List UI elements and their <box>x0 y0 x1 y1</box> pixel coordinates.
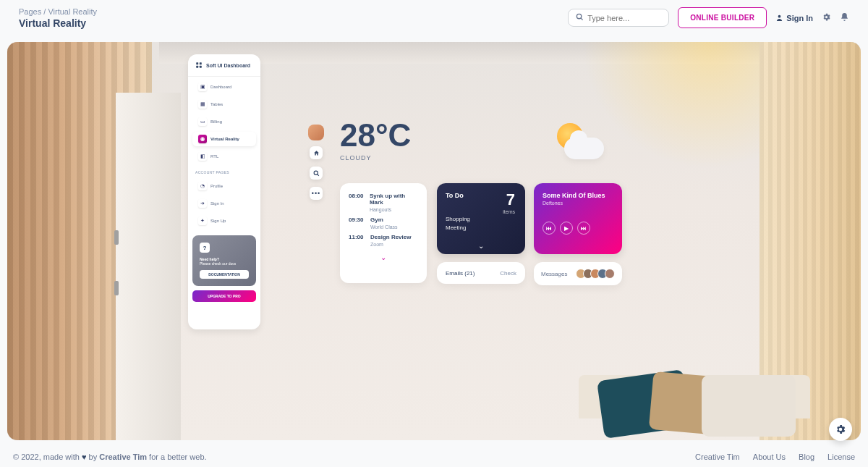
todo-list: Shopping Meeting <box>446 215 516 232</box>
help-sub: Please check our docs <box>200 261 249 266</box>
chevron-down-icon: ⌄ <box>380 253 386 261</box>
vr-scene <box>7 42 861 440</box>
footer-copyright: © 2022, made with ♥ by Creative Tim for … <box>13 453 207 461</box>
schedule-time: 09:30 <box>349 216 366 230</box>
svg-rect-4 <box>200 62 202 64</box>
question-icon: ? <box>200 243 210 253</box>
svg-rect-6 <box>200 66 202 68</box>
sidebar-item-tables[interactable]: ▦Tables <box>192 97 256 112</box>
sidebar-item-signup[interactable]: ✦Sign Up <box>192 214 256 228</box>
sidebar-item-label: Sign Up <box>210 219 226 223</box>
svg-point-0 <box>577 14 582 18</box>
more-pill[interactable]: ••• <box>310 187 323 200</box>
online-builder-button[interactable]: ONLINE BUILDER <box>678 7 767 28</box>
music-artist: Deftones <box>542 201 613 206</box>
svg-line-1 <box>581 18 583 20</box>
breadcrumb-sep: / <box>43 7 46 16</box>
search-input[interactable] <box>587 14 661 22</box>
play-button[interactable]: ▶ <box>560 222 573 235</box>
emails-card: Emails (21) Check <box>437 262 525 284</box>
schedule-row[interactable]: 09:30 GymWorld Class <box>340 214 427 232</box>
breadcrumb-current: Virtual Reality <box>48 7 97 16</box>
footer: © 2022, made with ♥ by Creative Tim for … <box>0 447 868 467</box>
avatar[interactable] <box>605 269 615 279</box>
breadcrumb-parent[interactable]: Pages <box>19 7 41 16</box>
music-card: Some Kind Of Blues Deftones ⏮ ▶ ⏭ <box>534 183 622 254</box>
search-icon <box>313 170 320 177</box>
schedule-expand[interactable]: ⌄ <box>340 253 427 261</box>
user-icon <box>775 14 783 22</box>
footer-link-license[interactable]: License <box>827 453 855 461</box>
brand-icon <box>195 62 203 69</box>
avatar[interactable] <box>308 125 324 140</box>
next-button[interactable]: ⏭ <box>577 222 590 235</box>
sidebar-item-signin[interactable]: ➜Sign In <box>192 196 256 211</box>
todo-card: To Do 7 items Shopping Meeting ⌄ <box>437 183 525 254</box>
vr-icon: ◉ <box>198 135 207 143</box>
profile-icon: ◔ <box>198 182 207 190</box>
svg-rect-5 <box>196 66 198 68</box>
card-icon: ▭ <box>198 117 207 126</box>
schedule-title: Synk up with Mark <box>370 193 418 206</box>
music-title: Some Kind Of Blues <box>542 192 613 199</box>
bell-icon[interactable] <box>840 12 849 25</box>
schedule-card: 08:00 Synk up with MarkHangouts 09:30 Gy… <box>340 183 427 283</box>
settings-icon[interactable] <box>822 12 831 25</box>
todo-list-item: Meeting <box>446 224 516 232</box>
configurator-button[interactable] <box>829 418 852 441</box>
sidebar-item-rtl[interactable]: ◧RTL <box>192 149 256 164</box>
signup-icon: ✦ <box>198 216 207 225</box>
sidebar-item-label: Billing <box>210 119 222 124</box>
sidebar-item-virtual-reality[interactable]: ◉Virtual Reality <box>192 132 256 146</box>
prev-icon: ⏮ <box>546 225 552 232</box>
help-card: ? Need help? Please check our docs DOCUM… <box>192 235 256 286</box>
schedule-time: 08:00 <box>349 193 365 212</box>
search-pill[interactable] <box>310 167 323 180</box>
breadcrumb: Pages / Virtual Reality <box>19 7 97 16</box>
gear-icon <box>835 424 846 435</box>
signin-icon: ➜ <box>198 199 207 208</box>
prev-button[interactable]: ⏮ <box>542 222 556 235</box>
svg-rect-3 <box>196 62 198 64</box>
search-box[interactable] <box>568 9 669 27</box>
sidebar-item-profile[interactable]: ◔Profile <box>192 179 256 193</box>
todo-expand[interactable]: ⌄ <box>478 242 484 250</box>
documentation-button[interactable]: DOCUMENTATION <box>200 270 249 279</box>
ellipsis-icon: ••• <box>312 190 320 197</box>
sidebar-item-dashboard[interactable]: ▣Dashboard <box>192 80 256 94</box>
shop-icon: ▣ <box>198 83 207 91</box>
schedule-sub: Hangouts <box>370 207 418 212</box>
home-pill[interactable] <box>310 146 323 159</box>
footer-link-blog[interactable]: Blog <box>799 453 814 461</box>
sidebar-section: ACCOUNT PAGES <box>188 167 260 176</box>
messages-label: Messages <box>541 271 567 277</box>
avatar-group <box>576 269 615 279</box>
condition: CLOUDY <box>340 154 411 161</box>
play-icon: ▶ <box>564 225 569 232</box>
sidebar-item-label: Profile <box>210 184 223 188</box>
footer-link-about[interactable]: About Us <box>753 453 786 461</box>
schedule-title: Gym <box>370 216 398 223</box>
schedule-sub: World Class <box>370 224 398 230</box>
svg-point-2 <box>778 15 781 18</box>
schedule-row[interactable]: 11:00 Design ReviewZoom <box>340 232 427 249</box>
sidebar-item-label: Virtual Reality <box>210 137 239 141</box>
messages-card[interactable]: Messages <box>534 262 622 285</box>
sidenav: Soft UI Dashboard ▣Dashboard ▦Tables ▭Bi… <box>188 54 260 329</box>
emails-check-link[interactable]: Check <box>500 270 516 277</box>
upgrade-button[interactable]: UPGRADE TO PRO <box>192 290 256 302</box>
sidebar-item-label: RTL <box>210 154 218 159</box>
rtl-icon: ◧ <box>198 152 207 161</box>
footer-link-creative-tim[interactable]: Creative Tim <box>695 453 740 461</box>
sidebar-item-label: Tables <box>210 102 223 106</box>
signin-link[interactable]: Sign In <box>775 14 813 22</box>
next-icon: ⏭ <box>581 225 587 232</box>
footer-brand[interactable]: Creative Tim <box>99 453 147 461</box>
schedule-row[interactable]: 08:00 Synk up with MarkHangouts <box>340 190 427 214</box>
sidenav-brand[interactable]: Soft UI Dashboard <box>188 54 260 77</box>
chevron-down-icon: ⌄ <box>478 242 484 250</box>
sidebar-item-billing[interactable]: ▭Billing <box>192 114 256 129</box>
sidebar-item-label: Dashboard <box>210 85 231 89</box>
page-title: Virtual Reality <box>19 17 97 29</box>
home-icon <box>313 150 320 156</box>
